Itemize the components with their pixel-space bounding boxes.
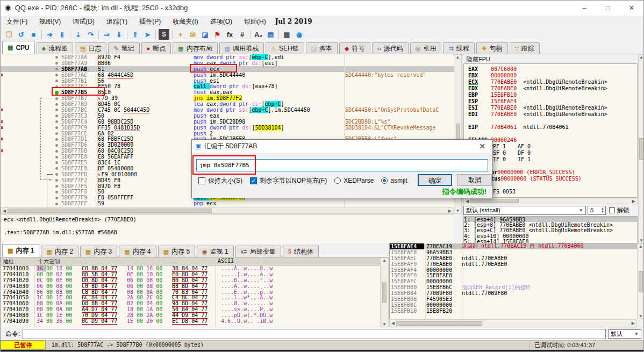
- register-row[interactable]: OF 0SF 0DF 0: [468, 150, 637, 156]
- breakpoint-column[interactable]: [52, 177, 61, 183]
- text-case-icon[interactable]: A₂: [252, 28, 264, 40]
- tab-句柄[interactable]: ❖句柄: [476, 42, 508, 54]
- arguments-list[interactable]: 1: [esp+4] 96A59BB32: [esp+8] 770EABE0 <…: [463, 216, 638, 243]
- argument-row[interactable]: 3: [esp+C] 770EABE0 <ntdll.DbgUiRemoteBr…: [464, 227, 637, 233]
- dump-tab-内存 1[interactable]: ▦内存 1: [2, 244, 39, 257]
- register-row[interactable]: CF 0TF 0IF 1: [468, 156, 637, 163]
- cancel-button[interactable]: 取消: [457, 174, 492, 186]
- dump-tab-结构体[interactable]: §结构体: [283, 246, 319, 257]
- tab-日志[interactable]: ▤日志: [75, 42, 106, 54]
- dump-row[interactable]: 7704106008 00 0A 00D8 8B 04 7702 00 04 0…: [1, 300, 380, 306]
- dump-tab-内存 4[interactable]: ▦内存 4: [119, 246, 156, 257]
- breakpoint-column[interactable]: [52, 148, 61, 154]
- menu-item[interactable]: 追踪(T): [101, 16, 133, 27]
- tab-线程[interactable]: ⇉线程: [443, 42, 474, 54]
- argument-row[interactable]: 4: [esp+10] 00000000: [464, 233, 637, 239]
- dump-vscrollbar[interactable]: ▲▼: [380, 257, 389, 327]
- disasm-row[interactable]: 5D8F77A6897D F4mov dword ptr ss:[ebp-C],…: [1, 54, 454, 60]
- breakpoint-column[interactable]: [52, 160, 61, 166]
- bookmarks-icon[interactable]: ⚑: [211, 28, 224, 40]
- breakpoint-hash-icon[interactable]: #: [236, 28, 248, 40]
- disasm-row[interactable]: 5D8F77AC68 4044C45Dpush im.5DC444405DC44…: [1, 72, 454, 78]
- breakpoint-column[interactable]: [52, 183, 61, 189]
- dump-row[interactable]: 7704100016 00 18 00C0 8B 04 7714 00 16 0…: [1, 265, 380, 271]
- register-row[interactable]: EBX00000000: [468, 73, 637, 79]
- disasm-row[interactable]: 5D8F77C468 98BDC25Dpush im.5DC2BD985DC2B…: [1, 119, 454, 125]
- stack-row[interactable]: 15E8FAF400000000: [390, 267, 637, 273]
- dump-tab-局部变量[interactable]: x=局部变量: [235, 246, 281, 257]
- dump-row[interactable]: 770410801C 00 1E 0070 D9 04 7728 00 2A 0…: [1, 312, 380, 318]
- close-button[interactable]: ✕: [620, 1, 643, 16]
- tab-CPU[interactable]: ▦CPU: [2, 41, 35, 54]
- breakpoint-column[interactable]: [52, 72, 61, 78]
- tab-脚本[interactable]: ◲脚本: [306, 42, 338, 54]
- unlock-checkbox[interactable]: [609, 207, 615, 213]
- register-row[interactable]: EAX007C6000: [468, 66, 637, 73]
- comments-icon[interactable]: ✉: [187, 28, 199, 40]
- tab-流程图[interactable]: ♣流程图: [37, 42, 73, 54]
- open-file-icon[interactable]: ❐: [3, 28, 15, 40]
- stack-row[interactable]: 15E8FAF0770EABE0ntdll.770EABE0: [390, 261, 637, 267]
- asmjit-radio[interactable]: asmjit: [381, 177, 407, 184]
- tab-笔记[interactable]: ✎笔记: [108, 42, 139, 54]
- registers-vscrollbar[interactable]: ▲▼: [638, 54, 644, 243]
- argument-row[interactable]: 1: [esp+4] 96A59BB3: [464, 217, 637, 222]
- ok-button[interactable]: 确定: [418, 174, 452, 186]
- disasm-row[interactable]: 5D8F77B2FF50 78call dword ptr ds:[eax+78…: [1, 83, 454, 89]
- stack-row[interactable]: 15E8FAE4770EAC19返回到 ntdll.770EAC19 自 ntd…: [390, 243, 637, 249]
- maximize-button[interactable]: □: [596, 1, 620, 16]
- disasm-row[interactable]: 5D8F77A98B06mov eax,dword ptr ds:[esi]: [1, 60, 454, 66]
- register-row[interactable]: [468, 182, 637, 189]
- register-row[interactable]: LastError00000000 (ERROR_SUCCESS): [468, 169, 637, 176]
- argument-row[interactable]: 2: [esp+8] 770EABE0 <ntdll.DbgUiRemoteBr…: [464, 222, 637, 227]
- execute-till-return-icon[interactable]: ⇒: [101, 28, 113, 40]
- dump-row[interactable]: 7704103006 00 08 00C0 8D 04 7706 00 08 0…: [1, 283, 380, 289]
- arg-count-stepper[interactable]: 5▲▼: [588, 206, 606, 215]
- breakpoint-column[interactable]: [52, 142, 61, 148]
- labels-icon[interactable]: ◪: [199, 28, 211, 40]
- command-input[interactable]: [23, 329, 606, 339]
- breakpoint-column[interactable]: [52, 171, 61, 177]
- register-row[interactable]: EDX770EABE0<ntdll.DbgUiRemoteBreakin>: [468, 85, 637, 92]
- disasm-hscrollbar[interactable]: ◀▶: [1, 207, 454, 214]
- breakpoint-column[interactable]: [52, 107, 61, 113]
- nop-fill-checkbox[interactable]: ✓ 剩余字节以NOP填充(F): [250, 176, 327, 185]
- dialog-close-icon[interactable]: ✕: [475, 141, 490, 152]
- dump-tab-监视 1[interactable]: ◉监视 1: [197, 246, 234, 257]
- dump-row[interactable]: 770410501C 00 1E 006C 84 04 772A 00 2C 0…: [1, 294, 380, 300]
- disasm-row[interactable]: 5D8F77B98D45 0Clea eax,dword ptr ss:[ebp…: [1, 101, 454, 107]
- breakpoint-column[interactable]: [52, 113, 61, 119]
- breakpoint-column[interactable]: [52, 154, 61, 160]
- menu-item[interactable]: 文件(F): [1, 16, 33, 27]
- breakpoint-column[interactable]: [52, 195, 61, 200]
- breakpoint-column[interactable]: [52, 166, 61, 171]
- patches-icon[interactable]: +: [174, 28, 187, 40]
- run-icon[interactable]: ➜: [44, 28, 56, 40]
- stack-pane[interactable]: 15E8FAE4770EAC19返回到 ntdll.770EAC19 自 ntd…: [389, 243, 637, 319]
- dump-row[interactable]: 7704101000 00 02 0080 5B 04 770E 00 10 0…: [1, 271, 380, 277]
- tab-引用[interactable]: ◎引用: [410, 42, 442, 54]
- dump-tab-内存 3[interactable]: ▦内存 3: [80, 246, 117, 257]
- tab-符号[interactable]: ◆符号: [339, 42, 370, 54]
- step-out-icon[interactable]: ⇓: [113, 28, 125, 40]
- register-row[interactable]: [468, 163, 637, 169]
- breakpoint-column[interactable]: [52, 78, 61, 84]
- disasm-row[interactable]: 5D8F77C9FF35 0481D35Dpush dword ptr ds:[…: [1, 125, 454, 131]
- dump-row[interactable]: 7704109034 00 36 000C D9 04 771E 00 20 0…: [1, 318, 380, 324]
- register-row[interactable]: EBP15E8FB10: [468, 92, 637, 98]
- menu-item[interactable]: 插件(P): [133, 16, 167, 27]
- xedparse-radio[interactable]: XEDParse: [334, 177, 374, 184]
- notes-device-icon[interactable]: ▤: [264, 28, 277, 40]
- dump-row[interactable]: 7704104006 00 08 00C8 8D 04 7708 00 0A 0…: [1, 289, 380, 295]
- register-row[interactable]: [468, 118, 637, 124]
- register-row[interactable]: EFLAGS00000246: [468, 137, 637, 143]
- tab-源代码[interactable]: ‹›源代码: [372, 42, 409, 54]
- stack-row[interactable]: 15E8FB04770B9F80ntdll.770B9F80: [390, 290, 637, 296]
- title-bar[interactable]: ✱ QQ.exe - PID: 268C - 模块: im.dll - 线程: …: [1, 1, 643, 16]
- argument-row[interactable]: 5: [esp+14] 15E8FAE8: [464, 239, 637, 243]
- register-row[interactable]: EIP770B4061ntdll.770B4061: [468, 124, 637, 131]
- stack-row[interactable]: 15E8FB1015E8FB20: [390, 308, 637, 314]
- stack-hscrollbar[interactable]: ◀▶: [389, 319, 637, 327]
- dump-row[interactable]: 770410200C 00 0E 00D0 8D 04 7706 00 08 0…: [1, 277, 380, 283]
- stack-row[interactable]: 15E8FAE896A59BB3: [390, 249, 637, 255]
